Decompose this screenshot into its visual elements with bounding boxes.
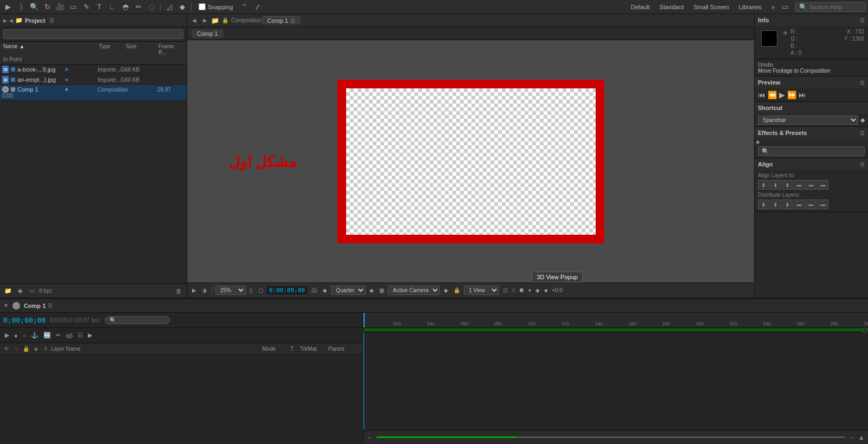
tl-select-btn[interactable]: ▶	[3, 331, 11, 340]
comp-lock-btn[interactable]: 🔒	[220, 16, 230, 25]
info-menu-btn[interactable]: ☰	[860, 17, 865, 23]
vt-camera-dropdown[interactable]: Active Camera	[388, 286, 440, 295]
snap-option-2[interactable]: ⤤	[252, 2, 264, 12]
info-plus-btn[interactable]: +	[781, 28, 790, 38]
mask-tool[interactable]: ▭	[67, 2, 79, 12]
vt-color-btn[interactable]: ◆	[321, 287, 329, 294]
vt-options-btn[interactable]: ◑	[200, 287, 208, 294]
align-top-btn[interactable]: ▬	[794, 180, 805, 190]
preview-play[interactable]: ▶	[779, 91, 785, 99]
vt-options2-btn[interactable]: ◆	[534, 287, 541, 294]
tl-expressions-btn[interactable]: αβ	[64, 331, 74, 340]
dist-top-btn[interactable]: ▬	[794, 200, 805, 209]
vt-fit-btn[interactable]: ▯	[248, 287, 254, 294]
align-menu-btn[interactable]: ☰	[860, 162, 865, 168]
puppet-tool[interactable]: ◌	[145, 2, 157, 12]
vt-render-btn[interactable]: ▾	[527, 287, 533, 294]
delete-btn[interactable]: 🗑	[174, 286, 183, 296]
vt-snap-btn[interactable]: ■	[542, 287, 549, 294]
comp-tab-menu-btn[interactable]: ☰	[290, 18, 295, 24]
vt-quality-dropdown[interactable]: Quarter Half Full	[331, 286, 366, 295]
align-right-shape[interactable]: ◆	[176, 2, 188, 12]
comp-forward-btn[interactable]: ▶	[200, 16, 210, 25]
workspace-more[interactable]: »	[768, 3, 778, 11]
project-item-2[interactable]: Comp 1 ■ Composition 29.97 0;00	[0, 85, 187, 100]
workspace-small-screen[interactable]: Small Screen	[690, 3, 732, 11]
project-item-1[interactable]: 🖼 an-empt...}.jpg ■ Importe...G 60 KB	[0, 75, 187, 85]
select-tool[interactable]: ▶	[2, 2, 14, 12]
align-left-btn[interactable]: ▮	[758, 180, 769, 190]
effects-menu-btn[interactable]: ☰	[860, 130, 865, 136]
vt-view-dropdown[interactable]: 1 View 2 Views 4 Views	[464, 286, 499, 295]
dist-center-v-btn[interactable]: ▬	[806, 200, 816, 209]
new-solid-btn[interactable]: ▭	[27, 286, 37, 296]
camera-tool[interactable]: 🎥	[54, 2, 66, 12]
effects-options-btn[interactable]: ◆	[756, 139, 760, 145]
vt-region-btn[interactable]: ▢	[257, 287, 265, 294]
preview-skip-back[interactable]: ⏮	[758, 91, 765, 99]
new-comp-btn[interactable]: ◆	[15, 286, 25, 296]
search-help-input[interactable]	[809, 4, 862, 10]
dist-right-btn[interactable]: ▮	[782, 200, 793, 209]
tbb-zoom-in[interactable]: ▲	[858, 434, 865, 441]
vt-fast-preview[interactable]: ◆	[368, 287, 375, 294]
tl-columns-btn[interactable]: ☷	[76, 331, 85, 340]
tl-parent-btn[interactable]: ●	[12, 331, 20, 340]
tl-search-input[interactable]	[105, 316, 170, 324]
comp-tab-comp1[interactable]: Comp 1 ☰	[263, 16, 301, 24]
workspace-standard[interactable]: Standard	[656, 3, 687, 11]
preview-prev-frame[interactable]: ⏪	[768, 91, 777, 99]
preview-next-frame[interactable]: ⏩	[787, 91, 796, 99]
vt-zoom-dropdown[interactable]: 25% 50% 100%	[215, 286, 246, 295]
vt-3dview-btn[interactable]: +0:0 3D View Popup	[550, 287, 564, 294]
workspace-libraries[interactable]: Libraries	[736, 3, 765, 11]
vt-camera-btn[interactable]: 🎥	[309, 287, 319, 294]
project-item-0[interactable]: 🖼 a-book-...9.jpg ■ Importe...G 68 KB	[0, 65, 187, 75]
zoom-tool[interactable]: 🔍	[28, 2, 40, 12]
preview-skip-forward[interactable]: ⏭	[799, 91, 806, 99]
vt-pivot-btn[interactable]: ⚈	[518, 287, 526, 294]
align-center-h-btn[interactable]: ▮	[770, 180, 781, 190]
type-tool[interactable]: T	[93, 2, 105, 12]
align-center-v-btn[interactable]: ▬	[806, 180, 816, 190]
vt-grid-btn[interactable]: ☷	[501, 287, 509, 294]
vt-transparent[interactable]: ▩	[378, 287, 386, 294]
clone-tool[interactable]: ◓	[119, 2, 131, 12]
snap-option-1[interactable]: ⌃	[239, 2, 251, 12]
vt-view-lock[interactable]: 🔒	[452, 287, 462, 294]
new-folder-btn[interactable]: 📁	[3, 286, 13, 296]
snapping-checkbox[interactable]	[199, 3, 206, 10]
tbb-home-btn[interactable]: ←	[367, 434, 373, 441]
project-search-input[interactable]	[3, 29, 183, 39]
timeline-close-btn[interactable]: ▼	[3, 303, 9, 308]
timeline-menu-btn[interactable]: ☰	[48, 303, 53, 308]
align-left-shape[interactable]: ◿	[163, 2, 175, 12]
tl-solo-btn[interactable]: ○	[21, 331, 28, 340]
timeline-range-slider[interactable]	[376, 436, 845, 438]
vt-3d-btn[interactable]: ◊	[510, 287, 516, 294]
dist-left-btn[interactable]: ▮	[758, 200, 769, 209]
shortcut-icon-btn[interactable]: ◆	[860, 117, 865, 124]
pen-tool[interactable]: ✎	[80, 2, 92, 12]
extensions-btn[interactable]: ▭	[779, 2, 791, 12]
dist-center-h-btn[interactable]: ▮	[770, 200, 781, 209]
tl-motion-btn[interactable]: 🆕	[42, 331, 53, 340]
tbb-end-btn[interactable]: →	[848, 434, 855, 441]
bezier-tool[interactable]: ∟	[106, 2, 118, 12]
workspace-default[interactable]: Default	[628, 3, 653, 11]
preview-menu-btn[interactable]: ☰	[860, 80, 865, 86]
work-area-end-marker[interactable]	[863, 328, 867, 332]
paint-tool[interactable]: ✏	[132, 2, 144, 12]
effects-search-input[interactable]	[758, 146, 865, 156]
dist-bottom-btn[interactable]: ▬	[818, 200, 828, 209]
hand-tool[interactable]: 〉	[15, 2, 27, 12]
comp-back-btn[interactable]: ◀	[189, 16, 199, 25]
vt-play-btn[interactable]: ▶	[190, 287, 198, 294]
viewer-tab-comp1[interactable]: Comp 1	[192, 29, 224, 38]
align-bottom-btn[interactable]: ▬	[818, 180, 828, 190]
rotate-tool[interactable]: ↻	[41, 2, 53, 12]
tl-link-btn[interactable]: ⚓	[29, 331, 40, 340]
vt-camera-mode[interactable]: ◆	[442, 287, 450, 294]
tl-graphs-btn[interactable]: ▶	[86, 331, 94, 340]
shortcut-dropdown[interactable]: Spacebar	[758, 115, 858, 125]
